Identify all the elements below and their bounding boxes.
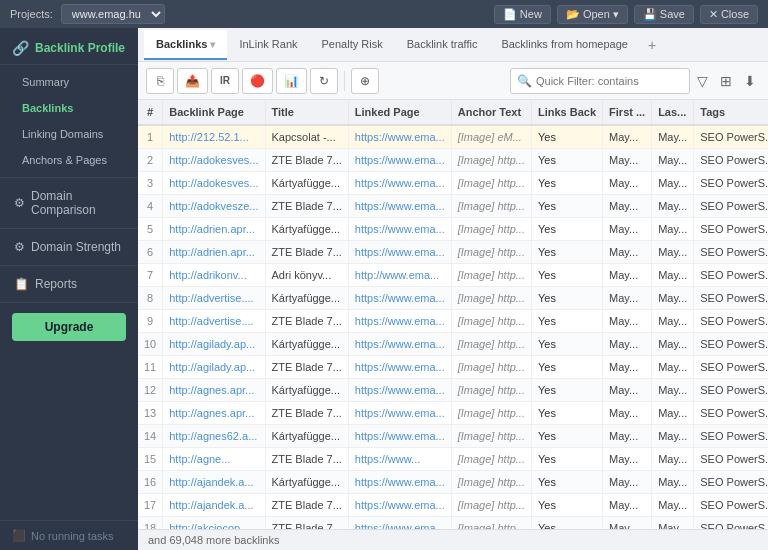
table-row[interactable]: 14http://agnes62.a...Kártyafügge...https… [138,425,768,448]
table-row[interactable]: 12http://agnes.apr...Kártyafügge...https… [138,379,768,402]
open-button[interactable]: 📂 Open ▾ [557,5,628,24]
table-row[interactable]: 10http://agilady.ap...Kártyafügge...http… [138,333,768,356]
toolbar-separator-1 [344,71,345,91]
sidebar-item-reports[interactable]: 📋 Reports [0,270,138,298]
sidebar-logo: 🔗 Backlink Profile [0,28,138,65]
sidebar-item-linking-domains[interactable]: Linking Domains [0,121,138,147]
table-row[interactable]: 4http://adokvesze...ZTE Blade 7...https:… [138,195,768,218]
col-links-back: Links Back [531,100,602,125]
domain-comparison-icon: ⚙ [14,196,25,210]
main-layout: 🔗 Backlink Profile Summary Backlinks Lin… [0,28,768,550]
export-icon: 📤 [185,74,200,88]
col-last: Las... [652,100,694,125]
tab-inlink-rank[interactable]: InLink Rank [227,30,309,60]
toolbar-chart-button[interactable]: 📊 [276,68,307,94]
table-row[interactable]: 15http://agne...ZTE Blade 7...https://ww… [138,448,768,471]
filter-circle-icon: 🔴 [250,74,265,88]
content-area: Backlinks ▾ InLink Rank Penalty Risk Bac… [138,28,768,550]
summary-label: Summary [22,76,69,88]
table-row[interactable]: 13http://agnes.apr...ZTE Blade 7...https… [138,402,768,425]
toolbar-right-actions: ▽ ⊞ ⬇ [693,71,760,91]
status-footer: and 69,048 more backlinks [138,529,768,550]
sidebar-item-domain-comparison[interactable]: ⚙ Domain Comparison [0,182,138,224]
table-row[interactable]: 1http://212.52.1...Kapcsolat -...https:/… [138,125,768,149]
tab-add-button[interactable]: + [640,31,664,59]
toolbar: ⎘ 📤 IR 🔴 📊 ↻ ⊕ 🔍 [138,62,768,100]
table-header-row: # Backlink Page Title Linked Page Anchor… [138,100,768,125]
chart-icon: 📊 [284,74,299,88]
backlinks-label: Backlinks [22,102,73,114]
col-num: # [138,100,163,125]
table-row[interactable]: 17http://ajandek.a...ZTE Blade 7...https… [138,494,768,517]
copy-icon: ⎘ [157,74,164,88]
anchors-pages-label: Anchors & Pages [22,154,107,166]
table-container: # Backlink Page Title Linked Page Anchor… [138,100,768,529]
toolbar-copy-button[interactable]: ⎘ [146,68,174,94]
domain-strength-icon: ⚙ [14,240,25,254]
sidebar-item-backlinks[interactable]: Backlinks [0,95,138,121]
backlink-profile-icon: 🔗 [12,40,29,56]
close-icon: ✕ [709,8,718,21]
sidebar-item-domain-strength[interactable]: ⚙ Domain Strength [0,233,138,261]
table-row[interactable]: 2http://adokesves...ZTE Blade 7...https:… [138,149,768,172]
col-linked-page: Linked Page [348,100,451,125]
col-anchor-text: Anchor Text [451,100,531,125]
top-bar: Projects: www.emag.hu 📄 New 📂 Open ▾ 💾 S… [0,0,768,28]
top-bar-actions: 📄 New 📂 Open ▾ 💾 Save ✕ Close [494,5,758,24]
table-row[interactable]: 16http://ajandek.a...Kártyafügge...https… [138,471,768,494]
toolbar-filter-circle-button[interactable]: 🔴 [242,68,273,94]
toolbar-ir-button[interactable]: IR [211,68,239,94]
open-chevron-icon: ▾ [613,8,619,21]
linking-domains-label: Linking Domains [22,128,103,140]
table-row[interactable]: 6http://adrien.apr...ZTE Blade 7...https… [138,241,768,264]
tab-backlinks[interactable]: Backlinks ▾ [144,30,227,60]
filter-icon-button[interactable]: ▽ [693,71,712,91]
no-running-tasks-icon: ⬛ [12,529,26,542]
search-icon: 🔍 [517,74,532,88]
table-row[interactable]: 7http://adrikonv...Adri könyv...http://w… [138,264,768,287]
filter-box: 🔍 [510,68,690,94]
toolbar-add-button[interactable]: ⊕ [351,68,379,94]
col-backlink-page: Backlink Page [163,100,265,125]
save-button[interactable]: 💾 Save [634,5,694,24]
col-title: Title [265,100,348,125]
tab-penalty-risk[interactable]: Penalty Risk [310,30,395,60]
sidebar-domain-section: ⚙ Domain Comparison [0,178,138,229]
new-icon: 📄 [503,8,517,21]
upgrade-button[interactable]: Upgrade [12,313,126,341]
sidebar-strength-section: ⚙ Domain Strength [0,229,138,266]
project-select[interactable]: www.emag.hu [61,4,165,24]
tab-backlink-traffic[interactable]: Backlink traffic [395,30,490,60]
table-row[interactable]: 8http://advertise....Kártyafügge...https… [138,287,768,310]
col-tags: Tags [694,100,768,125]
table-row[interactable]: 5http://adrien.apr...Kártyafügge...https… [138,218,768,241]
table-row[interactable]: 18http://akciocop...ZTE Blade 7...https:… [138,517,768,530]
filter-input[interactable] [536,75,676,87]
toolbar-refresh-button[interactable]: ↻ [310,68,338,94]
sidebar-reports-section: 📋 Reports [0,266,138,303]
footer-text: and 69,048 more backlinks [148,534,279,546]
col-first: First ... [603,100,652,125]
table-row[interactable]: 9http://advertise....ZTE Blade 7...https… [138,310,768,333]
toolbar-export-button[interactable]: 📤 [177,68,208,94]
sidebar-main-section: Summary Backlinks Linking Domains Anchor… [0,65,138,178]
sidebar-bottom-status: ⬛ No running tasks [0,520,138,550]
save-icon: 💾 [643,8,657,21]
refresh-icon: ↻ [319,74,329,88]
ir-icon: IR [220,75,230,86]
table-row[interactable]: 11http://agilady.ap...ZTE Blade 7...http… [138,356,768,379]
tab-backlinks-from-homepage[interactable]: Backlinks from homepage [489,30,640,60]
add-icon: ⊕ [360,74,370,88]
sidebar-item-anchors-pages[interactable]: Anchors & Pages [0,147,138,173]
backlinks-table: # Backlink Page Title Linked Page Anchor… [138,100,768,529]
table-row[interactable]: 3http://adokesves...Kártyafügge...https:… [138,172,768,195]
close-button[interactable]: ✕ Close [700,5,758,24]
sidebar-item-summary[interactable]: Summary [0,69,138,95]
open-icon: 📂 [566,8,580,21]
grid-view-button[interactable]: ⊞ [716,71,736,91]
new-button[interactable]: 📄 New [494,5,551,24]
reports-icon: 📋 [14,277,29,291]
download-button[interactable]: ⬇ [740,71,760,91]
sidebar: 🔗 Backlink Profile Summary Backlinks Lin… [0,28,138,550]
projects-label: Projects: [10,8,53,20]
